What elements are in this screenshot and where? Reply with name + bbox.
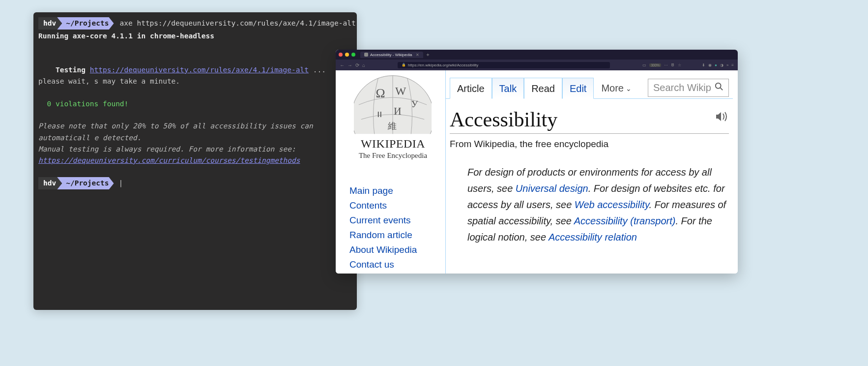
page-title: Accessibility xyxy=(450,108,729,134)
prompt-line-2[interactable]: hdv ~/Projects | xyxy=(38,177,352,189)
wiki-sidebar: Ω W У И וו 維 WIKIPEDIA The Free Encyclop… xyxy=(336,70,446,274)
term-blank xyxy=(38,42,352,53)
link-universal-design[interactable]: Universal design xyxy=(516,183,588,194)
prompt-line-1: hdv ~/Projects axe https://dequeuniversi… xyxy=(38,17,352,30)
back-icon[interactable]: ← xyxy=(340,62,345,68)
tab-talk[interactable]: Talk xyxy=(492,78,524,99)
more-icon[interactable]: ⋯ xyxy=(664,63,668,67)
new-tab-icon[interactable]: + xyxy=(426,52,429,58)
link-accessibility-transport[interactable]: Accessibility (transport) xyxy=(574,215,676,226)
terminal-window: hdv ~/Projects axe https://dequeuniversi… xyxy=(33,12,357,310)
term-testing: Testing https://dequeuniversity.com/rule… xyxy=(38,53,352,98)
url-text: https://en.wikipedia.org/wiki/Accessibil… xyxy=(408,63,478,67)
svg-text:維: 維 xyxy=(388,121,397,131)
tab-title: Accessibility - Wikipedia xyxy=(370,53,412,57)
wiki-tagline: The Free Encyclopedia xyxy=(349,152,436,160)
nav-contact[interactable]: Contact us xyxy=(349,257,436,272)
minimize-window-icon[interactable] xyxy=(345,53,349,57)
more-label: More xyxy=(601,83,624,94)
wiki-tabs: Article Talk Read Edit More ⌄ Search Wik… xyxy=(446,70,733,99)
ext1-icon[interactable]: ● xyxy=(715,63,717,67)
nav-current-events[interactable]: Current events xyxy=(349,213,436,228)
svg-text:W: W xyxy=(395,85,406,97)
browser-tab-strip: Accessibility - Wikipedia ✕ + xyxy=(336,50,738,60)
prompt-path-2: ~/Projects xyxy=(57,177,114,189)
term-blank-3 xyxy=(38,166,352,177)
reload-icon[interactable]: ⟳ xyxy=(355,62,359,68)
maximize-window-icon[interactable] xyxy=(351,53,355,57)
shield-icon[interactable]: ⛨ xyxy=(671,63,675,67)
download-icon[interactable]: ⬇ xyxy=(702,63,705,67)
term-violations: 0 violations found! xyxy=(38,98,352,110)
term-blank-2 xyxy=(38,110,352,121)
prompt-path: ~/Projects xyxy=(57,17,114,30)
browser-toolbar: ← → ⟳ ⌂ 🔒 https://en.wikipedia.org/wiki/… xyxy=(336,60,738,70)
nav-random-article[interactable]: Random article xyxy=(349,228,436,243)
tab-edit[interactable]: Edit xyxy=(562,78,594,99)
nav-main-page[interactable]: Main page xyxy=(349,183,436,198)
tab-close-icon[interactable]: ✕ xyxy=(416,53,419,57)
link-accessibility-relation[interactable]: Accessibility relation xyxy=(549,232,637,243)
reader-icon[interactable]: ▭ xyxy=(642,63,646,67)
star-icon[interactable]: ☆ xyxy=(678,63,681,67)
search-input[interactable]: Search Wikip xyxy=(648,79,729,97)
wiki-nav: Main page Contents Current events Random… xyxy=(349,183,436,272)
wiki-main: Article Talk Read Edit More ⌄ Search Wik… xyxy=(446,70,738,274)
prompt-user-2: hdv xyxy=(38,177,61,189)
svg-text:Ω: Ω xyxy=(376,86,385,100)
term-testing-label: Testing xyxy=(56,66,90,74)
term-running: Running axe-core 4.1.1 in chrome-headles… xyxy=(38,30,352,42)
search-icon[interactable] xyxy=(715,82,723,93)
wiki-article: Accessibility From Wikipedia, the free e… xyxy=(446,99,733,254)
browser-tab[interactable]: Accessibility - Wikipedia ✕ xyxy=(360,52,423,58)
term-note-2: Manual testing is always required. For m… xyxy=(38,144,352,155)
wiki-wordmark: WIKIPEDIA xyxy=(349,137,436,151)
home-icon[interactable]: ⌂ xyxy=(362,62,365,68)
sync-icon[interactable]: ◉ xyxy=(708,63,712,67)
lock-icon: 🔒 xyxy=(402,63,406,67)
nav-contents[interactable]: Contents xyxy=(349,198,436,213)
nav-about[interactable]: About Wikipedia xyxy=(349,243,436,257)
cursor: | xyxy=(119,178,123,189)
toolbar-right: ▭ 300% ⋯ ⛨ ☆ ⬇ ◉ ● ◑ » ≡ xyxy=(642,63,734,67)
wiki-globe-icon: Ω W У И וו 維 xyxy=(354,70,432,134)
svg-text:И: И xyxy=(394,105,402,117)
chevron-down-icon: ⌄ xyxy=(626,85,632,92)
speaker-icon[interactable] xyxy=(715,111,729,124)
term-testing-url[interactable]: https://dequeuniversity.com/rules/axe/4.… xyxy=(90,66,309,74)
svg-text:У: У xyxy=(411,98,418,109)
svg-line-9 xyxy=(721,88,723,91)
browser-viewport: Ω W У И וו 維 WIKIPEDIA The Free Encyclop… xyxy=(336,70,738,274)
favicon-icon xyxy=(364,53,368,57)
term-note-1: Please note that only 20% to 50% of all … xyxy=(38,121,352,143)
address-bar[interactable]: 🔒 https://en.wikipedia.org/wiki/Accessib… xyxy=(398,62,610,68)
svg-point-8 xyxy=(716,83,721,89)
prompt-command: axe https://dequeuniversity.com/rules/ax… xyxy=(120,18,356,29)
traffic-lights xyxy=(339,53,355,57)
tab-read[interactable]: Read xyxy=(524,78,562,99)
menu-icon[interactable]: ≡ xyxy=(731,63,734,67)
close-window-icon[interactable] xyxy=(339,53,343,57)
ext2-icon[interactable]: ◑ xyxy=(720,63,723,67)
tab-more[interactable]: More ⌄ xyxy=(594,77,639,98)
link-web-accessibility[interactable]: Web accessibility xyxy=(575,199,649,210)
search-placeholder: Search Wikip xyxy=(653,82,711,93)
overflow-icon[interactable]: » xyxy=(726,63,728,67)
hatnote: For design of products or environments f… xyxy=(467,164,729,245)
browser-window: Accessibility - Wikipedia ✕ + ← → ⟳ ⌂ 🔒 … xyxy=(336,50,738,274)
page-subtitle: From Wikipedia, the free encyclopedia xyxy=(450,139,729,150)
zoom-badge[interactable]: 300% xyxy=(649,63,661,67)
term-note-link[interactable]: https://dequeuniversity.com/curriculum/c… xyxy=(38,155,352,166)
forward-icon[interactable]: → xyxy=(347,62,352,68)
tab-article[interactable]: Article xyxy=(450,78,492,99)
prompt-user: hdv xyxy=(38,17,61,30)
wiki-logo[interactable]: Ω W У И וו 維 WIKIPEDIA The Free Encyclop… xyxy=(349,70,436,164)
svg-text:וו: וו xyxy=(377,108,382,119)
